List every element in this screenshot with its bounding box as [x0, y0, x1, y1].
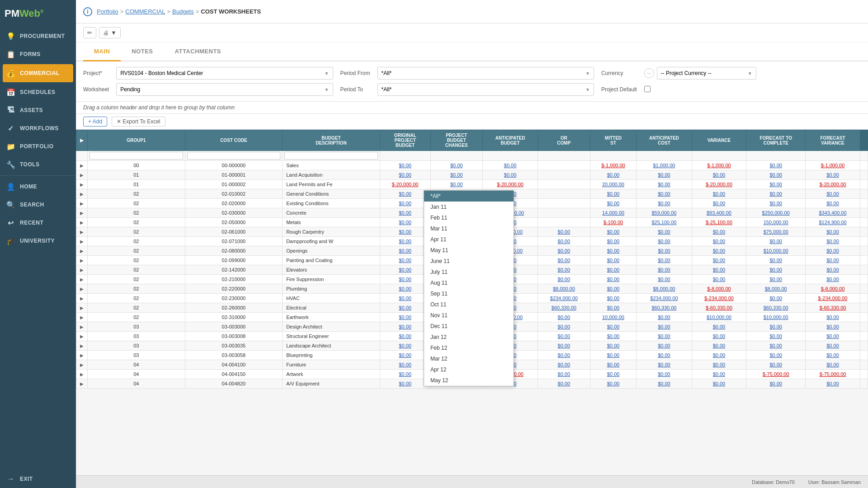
project-default-check[interactable]: [644, 86, 861, 94]
dropdown-option[interactable]: Sep 11: [424, 288, 514, 299]
sidebar-item-tools[interactable]: 🔧 TOOLS: [0, 155, 76, 174]
row-expand[interactable]: ▶: [76, 237, 88, 246]
row-expand[interactable]: ▶: [76, 208, 88, 218]
currency-select[interactable]: -- Project Currency -- ▼: [657, 67, 756, 80]
row-expand[interactable]: ▶: [76, 161, 88, 170]
row-expand[interactable]: ▶: [76, 332, 88, 341]
sidebar-item-procurement[interactable]: 💡 PROCUREMENT: [0, 27, 76, 45]
filter-group1[interactable]: [88, 151, 185, 161]
currency-row: ··· -- Project Currency -- ▼: [644, 67, 861, 80]
table-row[interactable]: ▶0000-000000Sales$0.00$0.00$0.00$-1,000.…: [76, 161, 868, 170]
row-expand[interactable]: ▶: [76, 227, 88, 237]
period-to-dropdown[interactable]: *All*Jan 11Feb 11Mar 11Apr 11May 11June …: [424, 190, 514, 386]
dropdown-option[interactable]: Mar 11: [424, 223, 514, 234]
tab-attachments[interactable]: ATTACHMENTS: [164, 42, 232, 61]
tab-notes[interactable]: NOTES: [121, 42, 164, 61]
dropdown-option[interactable]: Feb 11: [424, 212, 514, 223]
row-expand[interactable]: ▶: [76, 246, 88, 256]
sidebar-item-home[interactable]: 👤 HOME: [0, 178, 76, 196]
project-default-checkbox[interactable]: [644, 86, 651, 92]
project-select[interactable]: RVS0104 - Boston Medical Center ▼: [116, 67, 333, 80]
export-button[interactable]: ✕ Export To Excel: [112, 117, 165, 127]
breadcrumb-commercial[interactable]: COMMERCIAL: [125, 8, 165, 15]
database-info: Database: Demo70: [752, 479, 795, 485]
row-expand[interactable]: ▶: [76, 199, 88, 208]
period-to-select[interactable]: *All* ▼: [377, 83, 594, 96]
sidebar-item-commercial[interactable]: 💰 COMMERCIAL: [3, 64, 73, 82]
add-button[interactable]: + Add: [83, 117, 107, 127]
row-expand[interactable]: ▶: [76, 370, 88, 379]
row-expand[interactable]: ▶: [76, 379, 88, 389]
col-mitted[interactable]: MITTEDST: [590, 130, 637, 151]
row-expand[interactable]: ▶: [76, 341, 88, 351]
row-expand[interactable]: ▶: [76, 284, 88, 294]
sidebar-item-schedules[interactable]: 📅 SCHEDULES: [0, 83, 76, 101]
period-from-select[interactable]: *All* ▼: [377, 67, 594, 80]
row-expand[interactable]: ▶: [76, 218, 88, 227]
col-ant-cost[interactable]: ANTICIPATEDCOST: [637, 130, 692, 151]
dropdown-option[interactable]: Apr 11: [424, 234, 514, 245]
dropdown-option[interactable]: Feb 12: [424, 343, 514, 353]
sidebar-item-university[interactable]: 🎓 UNIVERSITY: [0, 232, 76, 250]
sidebar-item-forms[interactable]: 📋 FORMS: [0, 45, 76, 63]
dropdown-option[interactable]: June 11: [424, 256, 514, 267]
col-cost-code[interactable]: COST CODE: [185, 130, 283, 151]
sidebar-item-search[interactable]: 🔍 SEARCH: [0, 196, 76, 214]
col-group1[interactable]: GROUP1: [88, 130, 185, 151]
sidebar-item-workflows[interactable]: ✓ WORKFLOWS: [0, 119, 76, 137]
filter-desc[interactable]: [283, 151, 380, 161]
dropdown-option[interactable]: *All*: [424, 191, 514, 202]
col-anticipated[interactable]: ANTICIPATEDBUDGET: [482, 130, 538, 151]
group1-filter-input[interactable]: [90, 152, 183, 160]
row-expand[interactable]: ▶: [76, 265, 88, 275]
col-variance[interactable]: VARIANCE: [692, 130, 746, 151]
row-expand[interactable]: ▶: [76, 303, 88, 313]
row-expand[interactable]: ▶: [76, 351, 88, 360]
dropdown-option[interactable]: Dec 11: [424, 321, 514, 332]
sidebar-item-assets[interactable]: 🏗 ASSETS: [0, 101, 76, 119]
sidebar-item-label: TOOLS: [20, 161, 40, 168]
dropdown-option[interactable]: July 11: [424, 267, 514, 277]
row-expand[interactable]: ▶: [76, 322, 88, 332]
col-or-comp[interactable]: ORCOMP: [538, 130, 590, 151]
breadcrumb-budgets[interactable]: Budgets: [172, 8, 194, 15]
dropdown-option[interactable]: Apr 12: [424, 364, 514, 375]
dropdown-option[interactable]: Nov 11: [424, 310, 514, 321]
row-expand[interactable]: ▶: [76, 275, 88, 284]
row-expand[interactable]: ▶: [76, 170, 88, 180]
sidebar-item-portfolio[interactable]: 📁 PORTFOLIO: [0, 137, 76, 155]
sidebar-item-recent[interactable]: ↩ RECENT: [0, 214, 76, 232]
col-orig-budget[interactable]: ORIGINALPROJECTBUDGET: [380, 130, 430, 151]
table-row[interactable]: ▶0101-000001Land Acquisition$0.00$0.00$0…: [76, 170, 868, 180]
dropdown-option[interactable]: Aug 11: [424, 277, 514, 288]
row-expand[interactable]: ▶: [76, 256, 88, 265]
period-to-value: *All*: [382, 86, 392, 93]
col-forecast-complete[interactable]: FORECAST TOCOMPLETE: [746, 130, 806, 151]
dropdown-option[interactable]: Mar 12: [424, 353, 514, 364]
row-expand[interactable]: ▶: [76, 313, 88, 322]
dropdown-option[interactable]: Jan 12: [424, 332, 514, 343]
row-expand[interactable]: ▶: [76, 180, 88, 189]
breadcrumb-portfolio[interactable]: Portfolio: [97, 8, 118, 15]
desc-filter-input[interactable]: [284, 152, 378, 160]
info-icon[interactable]: i: [83, 7, 92, 16]
dropdown-option[interactable]: Jan 11: [424, 202, 514, 212]
worksheet-select[interactable]: Pending ▼: [116, 83, 333, 96]
tab-main[interactable]: MAIN: [83, 42, 121, 61]
currency-options-button[interactable]: ···: [644, 68, 654, 78]
col-forecast-variance[interactable]: FORECASTVARIANCE: [806, 130, 860, 151]
col-budget-changes[interactable]: PROJECTBUDGETCHANGES: [430, 130, 482, 151]
table-row[interactable]: ▶0101-000002Land Permits and Fe$-20,000.…: [76, 180, 868, 189]
dropdown-option[interactable]: May 12: [424, 375, 514, 386]
dropdown-option[interactable]: Oct 11: [424, 299, 514, 310]
edit-button[interactable]: ✏: [83, 27, 96, 38]
print-button[interactable]: 🖨 ▼: [99, 27, 121, 38]
cost-code-filter-input[interactable]: [187, 152, 281, 160]
col-budget-desc[interactable]: BUDGETDESCRIPTION: [283, 130, 380, 151]
row-expand[interactable]: ▶: [76, 189, 88, 199]
filter-cost-code[interactable]: [185, 151, 283, 161]
row-expand[interactable]: ▶: [76, 360, 88, 370]
row-expand[interactable]: ▶: [76, 294, 88, 303]
sidebar-item-exit[interactable]: → EXIT: [0, 470, 76, 488]
dropdown-option[interactable]: May 11: [424, 245, 514, 256]
